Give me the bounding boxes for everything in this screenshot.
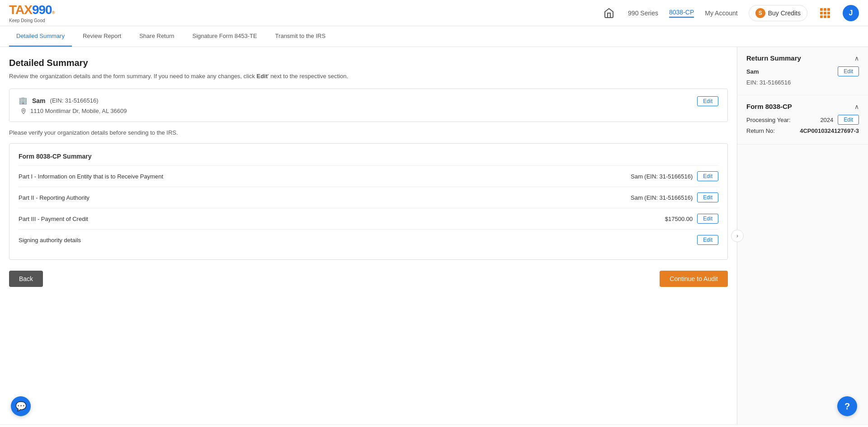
sidebar-ein-row: EIN: 31-5166516 (746, 79, 859, 86)
header-nav: 990 Series 8038-CP My Account S Buy Cred… (601, 5, 859, 21)
help-bubble[interactable]: ? (837, 396, 857, 416)
summary-row-3-edit-button[interactable]: Edit (697, 214, 718, 224)
tab-share-return[interactable]: Share Return (132, 26, 181, 47)
org-name: Sam (32, 97, 46, 104)
action-bar: Back Continue to Audit (9, 271, 728, 287)
summary-row-2-label: Part II - Reporting Authority (19, 194, 90, 201)
tab-signature-form[interactable]: Signature Form 8453-TE (185, 26, 264, 47)
form-summary-box: Form 8038-CP Summary Part I - Informatio… (9, 143, 728, 260)
summary-row-2-right: Sam (EIN: 31-5166516) Edit (631, 192, 718, 202)
sidebar-org-row: Sam Edit (746, 66, 859, 76)
svg-point-0 (23, 110, 24, 112)
summary-row-3-right: $17500.00 Edit (665, 214, 718, 224)
summary-row-3-value: $17500.00 (665, 216, 693, 222)
tab-transmit-irs[interactable]: Transmit to the IRS (268, 26, 333, 47)
main-content: Detailed Summary Review the organization… (0, 47, 737, 424)
buy-credits-icon: S (755, 8, 765, 18)
buy-credits-label: Buy Credits (768, 9, 801, 17)
sidebar-org-edit-button[interactable]: Edit (838, 66, 859, 76)
summary-row-3-label: Part III - Payment of Credit (19, 216, 88, 222)
main-layout: Detailed Summary Review the organization… (0, 47, 868, 424)
summary-row-4-right: Edit (697, 235, 718, 245)
footer: © 2024 Tax990.com, SPAN Enterprises LLC … (0, 424, 868, 427)
location-icon (20, 108, 27, 114)
logo[interactable]: TAX990® Keep Doing Good (9, 3, 55, 23)
summary-row-2-value: Sam (EIN: 31-5166516) (631, 194, 693, 201)
return-summary-section: Return Summary ∧ Sam Edit EIN: 31-516651… (737, 47, 868, 95)
user-avatar[interactable]: J (843, 5, 859, 21)
header: TAX990® Keep Doing Good 990 Series 8038-… (0, 0, 868, 26)
apps-grid-icon[interactable] (818, 6, 832, 20)
verify-note: Please verify your organization details … (9, 129, 728, 136)
logo-tax: TAX (9, 3, 32, 17)
summary-row-1-value: Sam (EIN: 31-5166516) (631, 173, 693, 180)
summary-row-4: Signing authority details Edit (19, 229, 718, 250)
summary-row-1-edit-button[interactable]: Edit (697, 171, 718, 181)
sidebar-toggle-button[interactable]: › (731, 230, 744, 242)
org-address: 1110 Montlimar Dr, Mobile, AL 36609 (30, 108, 127, 114)
org-card: 🏢 Sam (EIN: 31-5166516) 1110 Montlimar D… (9, 89, 728, 122)
sidebar-processing-year-label: Processing Year: (746, 117, 791, 123)
form-sidebar-collapse-button[interactable]: ∧ (854, 103, 859, 110)
summary-row-1-right: Sam (EIN: 31-5166516) Edit (631, 171, 718, 181)
sidebar-processing-year-value: 2024 (820, 117, 833, 123)
summary-row-4-label: Signing authority details (19, 237, 81, 244)
sidebar-return-no-row: Return No: 4CP0010324127697-3 (746, 127, 859, 134)
return-summary-title: Return Summary (746, 54, 801, 62)
sidebar-processing-year-row: Processing Year: 2024 Edit (746, 115, 859, 125)
org-name-row: 🏢 Sam (EIN: 31-5166516) (19, 96, 127, 105)
summary-row-1: Part I - Information on Entity that is t… (19, 165, 718, 187)
summary-row-1-label: Part I - Information on Entity that is t… (19, 173, 163, 180)
tab-detailed-summary[interactable]: Detailed Summary (9, 26, 72, 47)
building-icon: 🏢 (19, 96, 28, 105)
form-sidebar-section: Form 8038-CP ∧ Processing Year: 2024 Edi… (737, 95, 868, 145)
sidebar-processing-year-edit-button[interactable]: Edit (838, 115, 859, 125)
nav-990-series[interactable]: 990 Series (628, 9, 658, 17)
logo-tagline: Keep Doing Good (9, 18, 45, 23)
org-edit-button[interactable]: Edit (697, 96, 718, 106)
tab-review-report[interactable]: Review Report (75, 26, 128, 47)
buy-credits-button[interactable]: S Buy Credits (749, 5, 807, 21)
org-info: 🏢 Sam (EIN: 31-5166516) 1110 Montlimar D… (19, 96, 127, 114)
org-address-row: 1110 Montlimar Dr, Mobile, AL 36609 (20, 108, 127, 114)
nav-8038-cp[interactable]: 8038-CP (669, 9, 694, 18)
page-title: Detailed Summary (9, 58, 728, 68)
summary-row-2: Part II - Reporting Authority Sam (EIN: … (19, 187, 718, 208)
continue-to-audit-button[interactable]: Continue to Audit (660, 271, 728, 287)
sidebar-return-no-label: Return No: (746, 127, 775, 134)
sidebar-org-name: Sam (746, 68, 759, 75)
sidebar-return-no-value: 4CP0010324127697-3 (800, 127, 859, 134)
tab-bar: Detailed Summary Review Report Share Ret… (0, 26, 868, 47)
home-icon[interactable] (601, 5, 617, 21)
page-subtitle: Review the organization details and the … (9, 73, 728, 80)
right-sidebar: › Return Summary ∧ Sam Edit EIN: 31-5166… (737, 47, 868, 424)
nav-my-account[interactable]: My Account (705, 9, 737, 17)
return-summary-collapse-button[interactable]: ∧ (854, 55, 859, 62)
form-sidebar-title: Form 8038-CP (746, 103, 792, 110)
org-ein: (EIN: 31-5166516) (50, 97, 99, 104)
chat-bubble[interactable]: 💬 (11, 396, 31, 416)
summary-row-4-edit-button[interactable]: Edit (697, 235, 718, 245)
logo-990: 990 (32, 3, 52, 17)
form-sidebar-header: Form 8038-CP ∧ (746, 103, 859, 110)
summary-row-3: Part III - Payment of Credit $17500.00 E… (19, 208, 718, 229)
return-summary-header: Return Summary ∧ (746, 54, 859, 62)
form-summary-title: Form 8038-CP Summary (19, 153, 718, 160)
back-button[interactable]: Back (9, 271, 43, 287)
summary-row-2-edit-button[interactable]: Edit (697, 192, 718, 202)
